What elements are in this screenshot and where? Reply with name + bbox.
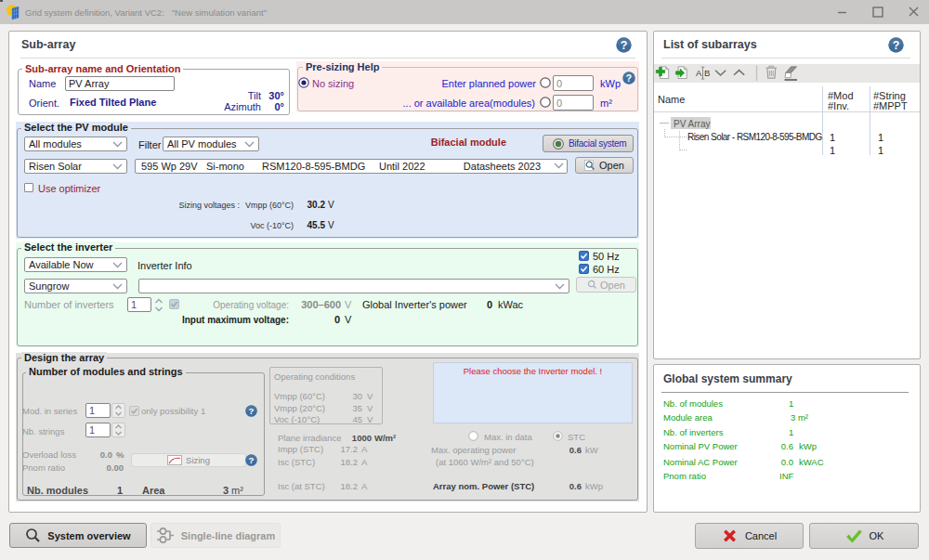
svg-text:?: ? — [249, 406, 255, 416]
svg-text:A: A — [696, 68, 702, 78]
svg-text:?: ? — [249, 455, 255, 465]
svg-text:?: ? — [621, 39, 628, 52]
svg-text:?: ? — [626, 73, 632, 84]
svg-text:?: ? — [893, 39, 900, 52]
svg-text:B: B — [704, 68, 710, 78]
